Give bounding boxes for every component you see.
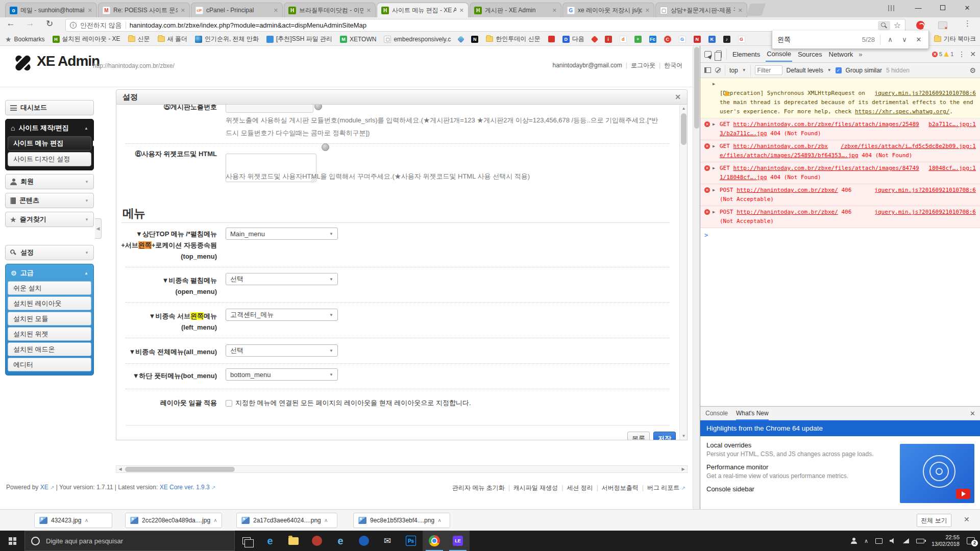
bookmark-folder-newspaper[interactable]: 신문 — [128, 35, 150, 43]
cache-rebuild-link[interactable]: 캐시파일 재생성 — [513, 484, 558, 491]
expand-arrow-icon[interactable]: ▶ — [713, 164, 715, 173]
tab-braziltoday[interactable]: H브라질투데이닷컴 - 이민✕ — [284, 3, 376, 17]
sidebar-item-dashboard[interactable]: 대시보드 — [5, 100, 94, 115]
extension-icon-disabled[interactable] — [938, 21, 947, 29]
admin-menu-reset-link[interactable]: 관리자 메뉴 초기화 — [452, 484, 505, 491]
bookmark-favicon-music[interactable]: ♪ — [723, 36, 730, 43]
bookmark-bookmarks[interactable]: ★Bookmarks — [5, 35, 45, 43]
xe-admin-brand[interactable]: XE Admin — [37, 53, 100, 69]
download-item[interactable]: 2a17cd3aee64024....png˄ — [236, 513, 337, 528]
security-label[interactable]: 안전하지 않음 — [80, 21, 122, 30]
bug-report-link[interactable]: 버그 리포트 — [647, 484, 679, 491]
scrollbar-thumb[interactable] — [681, 113, 687, 145]
find-close-button[interactable]: ✕ — [914, 36, 923, 43]
forward-button[interactable]: → — [23, 18, 37, 29]
tab-close-icon[interactable]: ✕ — [459, 8, 464, 13]
taskbar-app-ie[interactable]: e — [329, 531, 352, 551]
bookmark-favicon-g2[interactable]: G — [738, 36, 745, 43]
device-toolbar-icon[interactable] — [716, 51, 722, 58]
battery-icon[interactable] — [916, 539, 924, 543]
tab-board-admin[interactable]: H게시판 - XE Admin✕ — [470, 3, 561, 17]
bookmark-ssh-file-manager[interactable]: [추천]SSH 파일 관리 — [266, 35, 332, 43]
source-link[interactable]: jquery.min.js?20160921010708:6 — [874, 186, 976, 195]
console-error[interactable]: ✕▶ POST http://hanintoday.com.br/zbxe/ 4… — [700, 206, 980, 228]
sidebar-item-easy-install[interactable]: 쉬운 설치 — [8, 281, 91, 295]
list-button[interactable]: 목록 — [627, 432, 650, 440]
bookmark-daum[interactable]: D다음 — [562, 35, 584, 43]
taskbar-app-photoshop[interactable]: Ps — [399, 531, 423, 551]
tab-site-menu-edit-active[interactable]: H사이트 메뉴 편집 - XE Ad✕ — [377, 3, 469, 17]
console-sidebar-icon[interactable] — [704, 67, 711, 73]
hidden-icons-chevron[interactable]: ∧ — [864, 538, 868, 544]
request-url-link[interactable]: http://hanintoday.com.br/zbxe/ — [737, 209, 838, 215]
sidebar-item-content[interactable]: 콘텐츠▼ — [5, 193, 94, 208]
bookmark-favicon-k[interactable]: K — [708, 36, 716, 43]
sidebar-item-site-build[interactable]: ⌂사이트 제작/편집▲ — [8, 121, 91, 135]
request-url-link[interactable]: 1/18048cf….jpg — [720, 174, 767, 181]
logout-link[interactable]: 로그아웃 — [631, 62, 655, 69]
save-button[interactable]: 저장 — [653, 432, 676, 440]
bookmark-favicon-fc[interactable]: Fc — [649, 36, 656, 43]
page-scrollbar[interactable] — [693, 46, 700, 509]
bookmark-favicon-diamond[interactable] — [458, 37, 463, 42]
tab-consult-board[interactable]: ▢상담+질문게시판-제품 구✕ — [655, 3, 747, 17]
widget-orb-icon[interactable] — [314, 105, 322, 110]
xe-core-link[interactable]: XE Core ver. 1.9.3 — [160, 484, 210, 491]
downloads-close-icon[interactable]: ✕ — [964, 515, 970, 523]
back-button[interactable]: ← — [4, 18, 17, 29]
bookmark-favicon-n[interactable]: N — [471, 36, 478, 43]
scroll-left-icon[interactable]: ◀ — [116, 467, 124, 471]
request-url-link[interactable]: http://hanintoday.com.br/zbx — [733, 143, 828, 149]
drawer-tab-whats-new[interactable]: What's New — [736, 407, 769, 420]
scroll-up-icon[interactable]: ▲ — [680, 105, 688, 112]
bot-menu-select[interactable]: bottom_menu▼ — [226, 368, 338, 381]
tab-close-icon[interactable]: ✕ — [366, 8, 371, 13]
display-icon[interactable] — [875, 538, 883, 544]
drawer-tab-console[interactable]: Console — [705, 410, 728, 417]
xe-link[interactable]: XE — [40, 484, 48, 491]
taskbar-app-mail[interactable]: ✉ — [376, 531, 399, 551]
console-error[interactable]: ✕▶ GET http://hanintoday.com.br/zbx/zbxe… — [700, 140, 980, 162]
url-text[interactable]: hanintoday.com.br/zbxe/index.php?module=… — [130, 21, 874, 29]
bookmark-xetown[interactable]: MXETOWN — [340, 36, 376, 43]
tab-close-icon[interactable]: ✕ — [552, 8, 557, 13]
request-url-link[interactable]: 3/b2a711c….jpg — [720, 130, 767, 137]
sidebar-item-installed-layouts[interactable]: 설치된 레이아웃 — [8, 296, 91, 310]
bookmark-favicon-g[interactable]: G — [679, 36, 686, 43]
tab-gmail[interactable]: MRe: POESIS 사이트 문의 -✕ — [98, 3, 190, 17]
network-icon[interactable] — [903, 538, 909, 543]
chevron-icon[interactable]: ˄ — [325, 518, 328, 523]
widget-orb-icon[interactable] — [322, 143, 329, 151]
console-settings-icon[interactable]: ⚙ — [969, 66, 976, 74]
group-similar-checkbox[interactable]: ✓ — [836, 67, 842, 73]
scroll-down-icon[interactable]: ▼ — [680, 432, 688, 440]
extension-icon-red[interactable] — [916, 21, 925, 30]
scrollbar-thumb[interactable] — [694, 47, 699, 129]
request-url-link[interactable]: http://hanintoday.com.br/zbxe/ — [737, 187, 838, 193]
play-button-icon[interactable] — [956, 489, 970, 499]
sidebar-item-settings[interactable]: 설정▼ — [5, 245, 94, 260]
sidebar-item-member[interactable]: 회원▼ — [5, 174, 94, 189]
context-selector[interactable]: top — [729, 67, 738, 74]
tab-cpanel[interactable]: cPcPanel - Principal✕ — [191, 3, 283, 17]
tab-close-icon[interactable]: ✕ — [274, 8, 278, 13]
horizontal-scrollbar[interactable]: ◀ ▶ — [116, 465, 688, 473]
top-menu-select[interactable]: Main_menu▼ — [226, 228, 338, 240]
log-levels-selector[interactable]: Default levels — [787, 67, 823, 74]
expand-arrow-icon[interactable]: ▶ — [713, 120, 715, 129]
left-menu-select[interactable]: 고객센터_메뉴▼ — [226, 309, 338, 321]
bookmark-favicon-c[interactable]: C — [664, 36, 671, 43]
console-prompt[interactable]: > — [700, 228, 980, 242]
bookmark-star-icon[interactable]: ☆ — [894, 20, 901, 30]
start-button[interactable] — [0, 531, 24, 551]
sidebar-collapse-handle[interactable]: ◀ — [95, 218, 102, 239]
find-previous-button[interactable]: ∧ — [886, 36, 895, 43]
taskbar-search[interactable]: Digite aqui para pesquisar — [24, 531, 235, 551]
open-menu-select[interactable]: 선택▼ — [226, 273, 338, 285]
taskbar-file-explorer[interactable] — [282, 531, 305, 551]
action-center-icon[interactable]: 2 — [967, 537, 975, 544]
whats-new-video-thumbnail[interactable] — [900, 444, 974, 503]
source-link[interactable]: jquery.min.js?20160921010708:6 — [874, 208, 976, 217]
tab-google-search[interactable]: Gxe 레이아웃 저장시 js/jqu✕ — [562, 3, 654, 17]
volume-icon[interactable] — [890, 538, 896, 544]
